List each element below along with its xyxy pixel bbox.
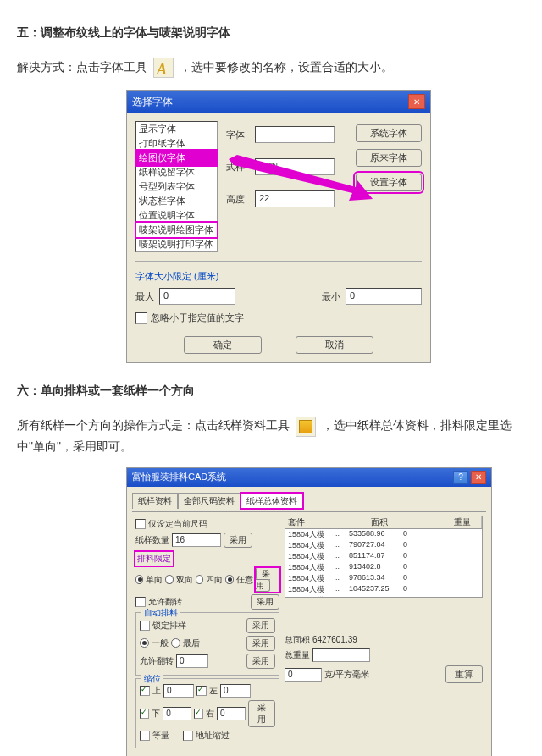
- list-item[interactable]: 号型列表字体: [136, 179, 217, 194]
- system-font-button[interactable]: 系统字体: [356, 124, 422, 142]
- style-input[interactable]: 规则: [255, 158, 335, 175]
- equal-label: 等量: [152, 730, 169, 742]
- ok-button[interactable]: 确定: [184, 336, 262, 354]
- section5-paragraph: 解决方式：点击字体工具 ，选中要修改的名称，设置合适的大小。: [17, 58, 525, 78]
- per-area-label: 克/平方毫米: [324, 669, 369, 681]
- para-text-after: ，选中要修改的名称，设置合适的大小。: [180, 60, 393, 74]
- table-row[interactable]: 15804人模..790727.040: [285, 540, 482, 551]
- apply-order-button[interactable]: 采用: [246, 636, 275, 651]
- last-radio[interactable]: [171, 638, 180, 648]
- table-row[interactable]: 15804人模..913402.80: [285, 562, 482, 573]
- table-row[interactable]: 15804人模..1045237.250: [285, 584, 482, 595]
- last-label: 最后: [183, 637, 200, 649]
- apply-flip2-button[interactable]: 采用: [246, 654, 275, 669]
- list-item-selected[interactable]: 绘图仪字体: [136, 151, 217, 165]
- list-item[interactable]: 显示字体: [136, 122, 217, 136]
- total-weight-label: 总重量: [285, 649, 310, 661]
- ignore-checkbox[interactable]: [136, 312, 147, 324]
- single-radio[interactable]: [136, 575, 143, 584]
- unit-group-label: 缩位: [141, 673, 163, 685]
- font-tool-icon: [153, 58, 174, 78]
- addr-checkbox[interactable]: [183, 731, 193, 741]
- right-label: 右: [206, 708, 214, 720]
- titlebar: 选择字体 ✕: [127, 91, 430, 113]
- recalc-button[interactable]: 重算: [445, 665, 483, 683]
- table-row[interactable]: 15804人模..851174.870: [285, 551, 482, 562]
- count-input[interactable]: 16: [172, 533, 221, 547]
- up-checkbox[interactable]: [140, 686, 150, 696]
- tab-overall-data[interactable]: 纸样总体资料: [241, 493, 303, 509]
- left-input[interactable]: 0: [220, 684, 251, 698]
- font-input[interactable]: [255, 126, 335, 143]
- cancel-button[interactable]: 取消: [296, 336, 373, 354]
- four-radio[interactable]: [196, 575, 203, 584]
- down-input[interactable]: 0: [163, 707, 191, 720]
- set-font-button[interactable]: 设置字体: [356, 174, 422, 191]
- close-icon[interactable]: ✕: [408, 94, 425, 109]
- apply-limit-button[interactable]: 采用: [256, 567, 270, 592]
- rotfix-checkbox[interactable]: [140, 621, 150, 631]
- help-icon[interactable]: ?: [453, 471, 468, 484]
- apply-flip-button[interactable]: 采用: [251, 594, 279, 610]
- apply-rotfix-button[interactable]: 采用: [246, 618, 275, 633]
- max-label: 最大: [136, 290, 154, 303]
- tab-pattern-data[interactable]: 纸样资料: [132, 493, 178, 509]
- list-item[interactable]: 位置说明字体: [136, 208, 217, 223]
- table-row[interactable]: 15804人模..978613.340: [285, 573, 482, 584]
- any-radio[interactable]: [225, 575, 233, 584]
- single-label: 单向: [146, 574, 163, 586]
- flip-checkbox[interactable]: [136, 597, 146, 607]
- table-body[interactable]: 15804人模..533588.960 15804人模..790727.040 …: [285, 529, 483, 598]
- per-input[interactable]: 0: [285, 668, 322, 682]
- para-text: 所有纸样一个方向的操作方式是：点击纸样资料工具: [17, 418, 290, 432]
- ignore-label: 忽略小于指定值的文字: [151, 312, 244, 324]
- select-font-dialog: 选择字体 ✕ 显示字体 打印纸字体 绘图仪字体 纸样说留字体 号型列表字体 状态…: [127, 91, 430, 362]
- total-weight-input[interactable]: [312, 648, 370, 662]
- close-icon[interactable]: ✕: [471, 471, 486, 484]
- tab-all-sizes[interactable]: 全部尺码资料: [178, 493, 241, 509]
- table-row[interactable]: 15804人模..533588.960: [285, 529, 482, 540]
- auto-group-label: 自动排料: [141, 607, 180, 619]
- set-current-label: 仅设定当前尺码: [148, 518, 207, 530]
- equal-checkbox[interactable]: [140, 731, 150, 741]
- one-radio[interactable]: [140, 638, 149, 648]
- max-input[interactable]: 0: [159, 288, 235, 305]
- down-checkbox[interactable]: [140, 709, 149, 719]
- flip-input[interactable]: 0: [176, 654, 208, 668]
- height-input[interactable]: 22: [255, 190, 335, 207]
- min-input[interactable]: 0: [346, 288, 422, 305]
- limit-group-label: 排料限定: [137, 554, 171, 563]
- two-label: 双向: [176, 574, 193, 586]
- list-item[interactable]: 纸样说留字体: [136, 165, 217, 179]
- font-label: 字体: [226, 129, 250, 141]
- height-label: 高度: [226, 193, 250, 206]
- col-kit: 套件: [285, 516, 368, 528]
- list-item[interactable]: 打印纸字体: [136, 136, 217, 151]
- para-text: 解决方式：点击字体工具: [17, 60, 147, 74]
- col-weight: 重量: [451, 516, 482, 528]
- set-current-checkbox[interactable]: [136, 519, 146, 529]
- titlebar: 富怡服装排料CAD系统 ? ✕: [127, 468, 491, 487]
- apply-count-button[interactable]: 采用: [224, 533, 252, 548]
- col-area: 面积: [368, 516, 451, 528]
- list-item[interactable]: 唛架说明打印字体: [136, 237, 217, 251]
- right-checkbox[interactable]: [194, 709, 203, 719]
- list-item[interactable]: 唛架说明绘图字体: [136, 223, 217, 237]
- one-label: 一般: [152, 637, 169, 649]
- list-item[interactable]: 状态栏字体: [136, 194, 217, 208]
- two-radio[interactable]: [165, 575, 173, 584]
- font-target-list[interactable]: 显示字体 打印纸字体 绘图仪字体 纸样说留字体 号型列表字体 状态栏字体 位置说…: [136, 121, 218, 252]
- dialog-title: 选择字体: [132, 95, 173, 109]
- down-label: 下: [152, 708, 160, 720]
- left-checkbox[interactable]: [196, 686, 207, 696]
- apply-unit-button[interactable]: 采用: [248, 700, 275, 727]
- tab-bar: 纸样资料 全部尺码资料 纸样总体资料: [132, 492, 486, 508]
- min-label: 最小: [322, 290, 340, 303]
- pattern-material-icon: [296, 417, 316, 437]
- section6-heading: 六：单向排料或一套纸样一个方向: [17, 384, 525, 399]
- up-input[interactable]: 0: [163, 684, 194, 698]
- original-font-button[interactable]: 原来字体: [356, 149, 422, 167]
- right-input[interactable]: 0: [217, 707, 246, 720]
- rotfix-label: 锁定排样: [152, 620, 186, 632]
- up-label: 上: [152, 685, 161, 697]
